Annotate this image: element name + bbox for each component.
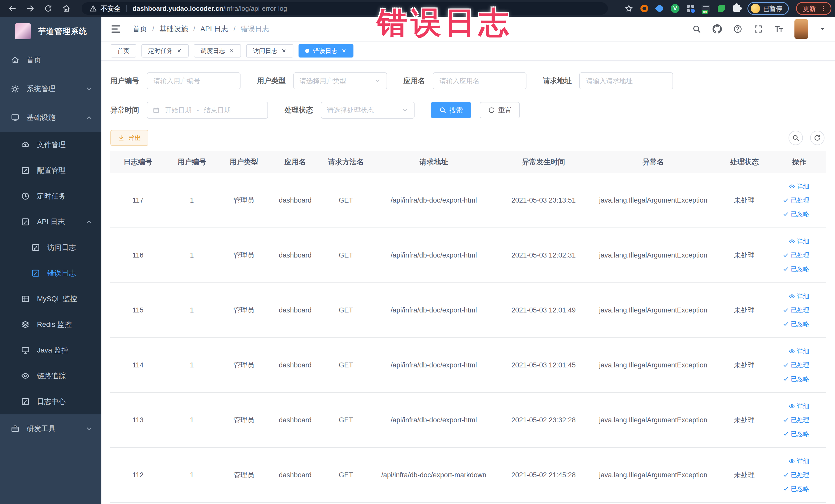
reset-button-label: 重置 xyxy=(498,106,512,115)
extensions-puzzle-icon[interactable] xyxy=(732,4,741,13)
extension-grid-icon[interactable] xyxy=(686,4,695,13)
app-name-input[interactable] xyxy=(433,73,527,89)
tab-label: 访问日志 xyxy=(253,47,278,55)
extension-blue-drop-icon[interactable] xyxy=(655,4,664,13)
detail-link[interactable]: 详细 xyxy=(789,347,809,355)
cell-user-type: 管理员 xyxy=(218,283,269,338)
sidebar-item-access-log[interactable]: 访问日志 xyxy=(0,235,101,260)
ignored-link[interactable]: 已忽略 xyxy=(782,265,809,273)
detail-link[interactable]: 详细 xyxy=(789,457,809,465)
security-label: 不安全 xyxy=(101,4,121,13)
sidebar-item-trace[interactable]: 链路追踪 xyxy=(0,363,101,389)
processed-link[interactable]: 已处理 xyxy=(782,361,809,369)
extension-orange-icon[interactable] xyxy=(640,4,649,13)
bookmark-star-icon[interactable] xyxy=(624,4,633,13)
export-button[interactable]: 导出 xyxy=(110,130,148,146)
check-icon xyxy=(782,211,789,217)
tab-home[interactable]: 首页 xyxy=(110,44,136,58)
process-status-select[interactable]: 请选择处理状态 xyxy=(321,102,414,119)
cell-app-name: dashboard xyxy=(269,392,321,447)
sidebar-item-file-management[interactable]: 文件管理 xyxy=(0,132,101,158)
fullscreen-icon[interactable] xyxy=(753,24,763,34)
cell-app-name: dashboard xyxy=(269,173,321,228)
cell-user-type: 管理员 xyxy=(218,447,269,502)
search-icon xyxy=(792,134,799,141)
log-document-icon xyxy=(21,218,30,226)
detail-link[interactable]: 详细 xyxy=(789,237,809,245)
sidebar-item-home[interactable]: 首页 xyxy=(0,46,101,75)
sidebar-item-api-log[interactable]: API 日志 xyxy=(0,209,101,235)
tab-error-log[interactable]: 错误日志 xyxy=(299,44,353,58)
tab-access-log[interactable]: 访问日志 xyxy=(246,44,293,58)
ignored-link[interactable]: 已忽略 xyxy=(782,430,809,438)
detail-link[interactable]: 详细 xyxy=(789,292,809,300)
extension-leaf-icon[interactable] xyxy=(717,4,726,13)
tab-schedule-log[interactable]: 调度日志 xyxy=(194,44,241,58)
tab-scheduled-tasks[interactable]: 定时任务 xyxy=(141,44,189,58)
sidebar-item-infrastructure[interactable]: 基础设施 xyxy=(0,103,101,132)
sidebar-item-config-management[interactable]: 配置管理 xyxy=(0,158,101,183)
breadcrumb-infrastructure[interactable]: 基础设施 xyxy=(159,24,188,34)
refresh-table-button[interactable] xyxy=(810,131,824,145)
check-icon xyxy=(782,431,789,437)
processed-link[interactable]: 已处理 xyxy=(782,251,809,259)
browser-home-button[interactable] xyxy=(61,3,72,14)
sidebar-item-log-center[interactable]: 日志中心 xyxy=(0,389,101,415)
tab-close-icon[interactable] xyxy=(341,48,347,54)
request-url-input[interactable] xyxy=(579,73,673,89)
tab-close-icon[interactable] xyxy=(229,48,235,54)
processed-link[interactable]: 已处理 xyxy=(782,306,809,314)
ignored-link[interactable]: 已忽略 xyxy=(782,320,809,328)
tab-close-icon[interactable] xyxy=(281,48,287,54)
address-bar[interactable]: 不安全 dashboard.yudao.iocoder.cn /infra/lo… xyxy=(82,2,608,15)
search-button[interactable]: 搜索 xyxy=(431,102,471,118)
cell-process-status: 未处理 xyxy=(716,338,773,392)
detail-link[interactable]: 详细 xyxy=(789,182,809,190)
breadcrumb-home[interactable]: 首页 xyxy=(133,24,147,34)
profile-paused-badge[interactable]: 已暂停 xyxy=(748,2,789,15)
github-icon[interactable] xyxy=(712,24,722,34)
sidebar-item-mysql-monitor[interactable]: MySQL 监控 xyxy=(0,286,101,312)
sidebar-item-redis-monitor[interactable]: Redis 监控 xyxy=(0,312,101,337)
eye-icon xyxy=(789,348,795,354)
browser-update-button[interactable]: 更新 xyxy=(796,2,831,15)
help-icon[interactable] xyxy=(733,24,742,34)
monitor-icon xyxy=(11,113,20,122)
sidebar-item-system-management[interactable]: 系统管理 xyxy=(0,75,101,103)
extension-green-v-icon[interactable]: V xyxy=(670,4,680,13)
browser-forward-button[interactable] xyxy=(25,3,36,14)
avatar-caret-down-icon[interactable] xyxy=(819,26,826,32)
sidebar-item-label: 研发工具 xyxy=(27,424,56,434)
sidebar-collapse-icon[interactable] xyxy=(110,23,121,35)
exception-time-range-picker[interactable]: 开始日期 - 结束日期 xyxy=(147,102,268,119)
process-status-placeholder: 请选择处理状态 xyxy=(327,106,374,115)
ignored-link[interactable]: 已忽略 xyxy=(782,485,809,493)
sidebar-item-error-log[interactable]: 错误日志 xyxy=(0,260,101,286)
breadcrumb-api-log[interactable]: API 日志 xyxy=(201,24,228,34)
browser-reload-button[interactable] xyxy=(43,3,54,14)
processed-link[interactable]: 已处理 xyxy=(782,471,809,479)
check-icon xyxy=(782,266,789,272)
toggle-search-button[interactable] xyxy=(789,131,803,145)
app-logo-row[interactable]: 芋道管理系统 xyxy=(0,17,101,46)
processed-link[interactable]: 已处理 xyxy=(782,416,809,424)
check-icon xyxy=(782,417,789,423)
reset-button[interactable]: 重置 xyxy=(480,102,520,118)
processed-link[interactable]: 已处理 xyxy=(782,196,809,204)
ignored-link[interactable]: 已忽略 xyxy=(782,375,809,383)
ignored-link[interactable]: 已忽略 xyxy=(782,210,809,218)
detail-link[interactable]: 详细 xyxy=(789,402,809,410)
tab-close-icon[interactable] xyxy=(176,48,182,54)
browser-back-button[interactable] xyxy=(7,3,18,14)
sidebar-item-dev-tools[interactable]: 研发工具 xyxy=(0,415,101,443)
cell-process-status: 未处理 xyxy=(716,228,773,283)
eye-icon xyxy=(789,403,795,409)
font-size-icon[interactable] xyxy=(774,24,784,34)
sidebar-item-scheduled-tasks[interactable]: 定时任务 xyxy=(0,183,101,209)
user-avatar[interactable] xyxy=(794,19,808,39)
user-type-select[interactable]: 请选择用户类型 xyxy=(293,73,387,89)
user-id-input[interactable] xyxy=(147,73,241,89)
search-icon[interactable] xyxy=(692,24,701,34)
extension-on-badge-icon[interactable] xyxy=(701,4,711,13)
sidebar-item-java-monitor[interactable]: Java 监控 xyxy=(0,337,101,363)
